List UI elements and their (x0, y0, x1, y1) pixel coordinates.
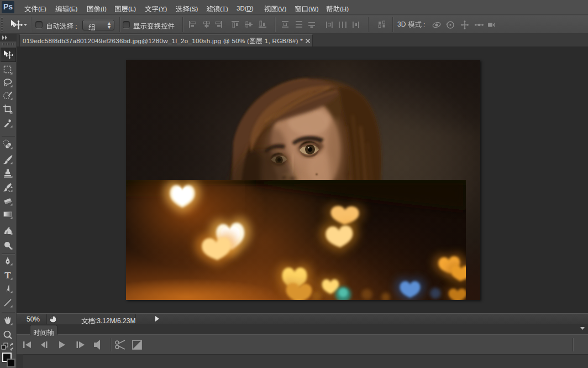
svg-text:T: T (4, 270, 11, 280)
